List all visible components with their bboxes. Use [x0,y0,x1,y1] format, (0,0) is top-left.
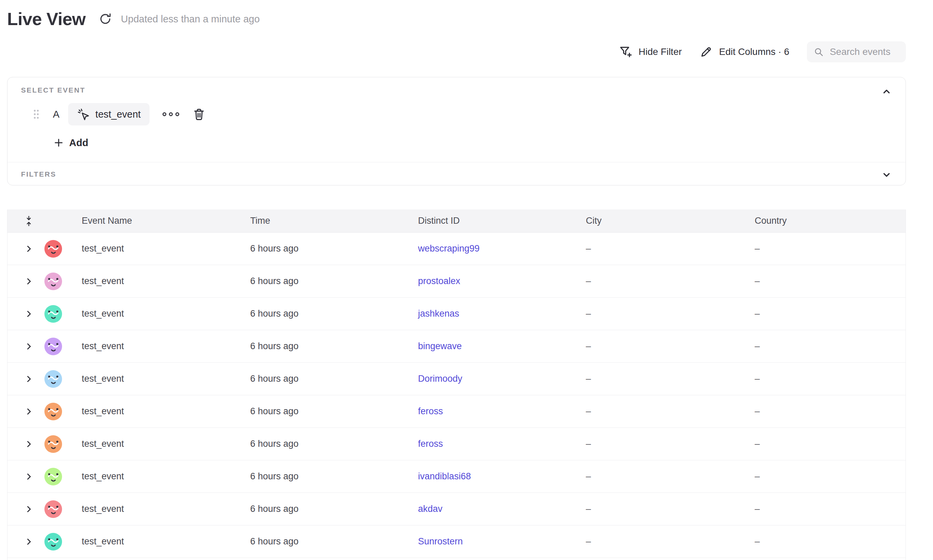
table-row: test_event 6 hours ago ivandiblasi68 – – [8,460,905,493]
trash-icon [192,108,206,121]
search-icon [814,46,824,58]
chevron-right-icon [25,309,33,318]
time-cell: 6 hours ago [250,406,418,417]
country-cell: – [755,471,905,482]
avatar-face [45,468,62,485]
expand-row-button[interactable] [8,407,42,416]
chevron-up-icon [881,86,891,97]
time-cell: 6 hours ago [250,276,418,286]
select-event-label: SELECT EVENT [21,86,85,94]
avatar [45,468,62,485]
events-table: Event Name Time Distinct ID City Country… [7,209,906,560]
distinct-id-link[interactable]: jashkenas [418,308,459,318]
event-name-cell: test_event [82,276,250,286]
chevron-right-icon [25,440,33,448]
city-cell: – [586,374,755,384]
time-cell: 6 hours ago [250,471,418,482]
refresh-button[interactable] [98,12,113,26]
table-row: test_event 6 hours ago jashkenas – – [8,298,905,330]
filters-label: FILTERS [21,170,56,178]
expand-row-button[interactable] [8,277,42,286]
event-options-button[interactable] [160,109,182,119]
avatar-face [45,338,62,355]
event-name-cell: test_event [82,438,250,449]
chevron-right-icon [25,277,33,286]
event-name-cell: test_event [82,504,250,514]
hide-filter-button[interactable]: Hide Filter [619,45,682,58]
avatar [45,305,62,323]
distinct-id-link[interactable]: akdav [418,504,442,514]
collapse-all-rows-button[interactable] [8,215,42,226]
chevron-right-icon [25,342,33,351]
avatar-face [45,500,62,518]
chevron-right-icon [25,472,33,481]
pencil-icon [699,45,713,58]
avatar-face [45,435,62,453]
query-panel: SELECT EVENT A test_event [7,77,906,185]
plus-icon [54,138,64,148]
table-row: test_event 6 hours ago feross – – [8,428,905,460]
avatar-face [45,370,62,388]
expand-row-button[interactable] [8,309,42,318]
distinct-id-link[interactable]: webscraping99 [418,243,480,254]
chevron-right-icon [25,505,33,514]
distinct-id-link[interactable]: feross [418,406,443,416]
country-cell: – [755,276,905,286]
expand-filters-button[interactable] [880,168,893,182]
distinct-id-link[interactable]: Dorimoody [418,374,462,384]
column-header-event-name: Event Name [82,215,250,226]
event-name-cell: test_event [82,536,250,547]
city-cell: – [586,243,755,254]
expand-row-button[interactable] [8,440,42,448]
table-row: test_event 6 hours ago feross – – [8,395,905,428]
city-cell: – [586,438,755,449]
distinct-id-link[interactable]: ivandiblasi68 [418,471,471,482]
distinct-id-link[interactable]: Sunrostern [418,536,463,546]
table-header-row: Event Name Time Distinct ID City Country [8,209,905,232]
cursor-click-icon [77,108,90,121]
country-cell: – [755,374,905,384]
edit-columns-button[interactable]: Edit Columns · 6 [699,45,789,58]
chevron-right-icon [25,245,33,253]
distinct-id-link[interactable]: bingewave [418,341,462,351]
refresh-icon [99,12,112,25]
live-view-page: Live View Updated less than a minute ago… [0,0,933,560]
table-row: test_event 6 hours ago akdav – – [8,493,905,525]
expand-row-button[interactable] [8,245,42,253]
time-cell: 6 hours ago [250,374,418,384]
distinct-id-link[interactable]: feross [418,438,443,449]
expand-row-button[interactable] [8,342,42,351]
country-cell: – [755,341,905,352]
expand-row-button[interactable] [8,472,42,481]
country-cell: – [755,438,905,449]
add-event-button[interactable]: Add [54,133,88,152]
table-row: test_event 6 hours ago Dorimoody – – [8,363,905,395]
panel-divider [8,162,905,162]
avatar-face [45,272,62,290]
table-row: test_event 6 hours ago Sunrostern – – [8,525,905,558]
event-selector-chip[interactable]: test_event [68,103,149,125]
avatar-face [45,305,62,323]
chevron-right-icon [25,537,33,546]
column-header-country: Country [755,215,905,226]
chevron-right-icon [25,407,33,416]
city-cell: – [586,341,755,352]
avatar-face [45,240,62,258]
collapse-section-button[interactable] [880,85,893,98]
edit-columns-label: Edit Columns · 6 [719,46,789,57]
expand-row-button[interactable] [8,505,42,514]
time-cell: 6 hours ago [250,504,418,514]
expand-row-button[interactable] [8,537,42,546]
toolbar: Hide Filter Edit Columns · 6 [619,40,906,64]
expand-row-button[interactable] [8,375,42,383]
avatar [45,240,62,258]
column-header-city: City [586,215,755,226]
event-name-cell: test_event [82,374,250,384]
event-group-letter: A [53,109,59,120]
time-cell: 6 hours ago [250,438,418,449]
delete-event-button[interactable] [192,108,206,121]
drag-handle-icon[interactable] [32,108,40,120]
collapse-rows-icon [25,215,33,226]
distinct-id-link[interactable]: prostoalex [418,276,460,286]
search-input[interactable] [829,46,899,58]
